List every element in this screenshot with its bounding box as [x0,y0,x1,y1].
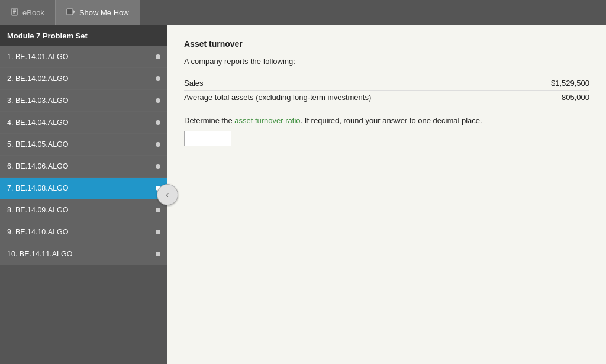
tab-ebook[interactable]: eBook [0,0,56,25]
dot-9 [156,230,160,234]
sidebar-item-6[interactable]: 6. BE.14.06.ALGO [0,156,167,178]
question-prefix: Determine the [184,116,234,125]
content-area: Asset turnover A company reports the fol… [167,25,606,364]
sidebar-item-label-6: 6. BE.14.06.ALGO [7,162,69,170]
question-text: Determine the asset turnover ratio. If r… [184,116,589,125]
sidebar-item-label-2: 2. BE.14.02.ALGO [7,75,69,83]
sidebar-item-1[interactable]: 1. BE.14.01.ALGO [0,46,167,68]
sidebar-item-8[interactable]: 8. BE.14.09.ALGO [0,199,167,221]
collapse-sidebar-button[interactable]: ‹ [157,184,178,205]
svg-marker-5 [73,10,75,14]
assets-label: Average total assets (excluding long-ter… [184,93,371,102]
sidebar-item-9[interactable]: 9. BE.14.10.ALGO [0,221,167,243]
sidebar: Module 7 Problem Set 1. BE.14.01.ALGO 2.… [0,25,167,364]
data-row-sales: Sales $1,529,500 [184,76,589,91]
asset-turnover-link[interactable]: asset turnover ratio [234,116,300,125]
sidebar-item-10[interactable]: 10. BE.14.11.ALGO [0,243,167,265]
dot-6 [156,164,160,169]
sidebar-item-5[interactable]: 5. BE.14.05.ALGO [0,134,167,156]
book-icon [11,8,19,18]
sidebar-item-label-8: 8. BE.14.09.ALGO [7,206,69,214]
ebook-tab-label: eBook [22,8,44,17]
showme-tab-label: Show Me How [79,8,129,17]
sidebar-item-label-1: 1. BE.14.01.ALGO [7,53,69,61]
dot-10 [156,252,160,256]
sales-label: Sales [184,79,204,88]
top-bar: eBook Show Me How [0,0,606,25]
sales-value: $1,529,500 [518,79,589,88]
dot-3 [156,98,160,103]
sidebar-item-7[interactable]: 7. BE.14.08.ALGO [0,178,167,199]
dot-2 [156,76,160,81]
dot-4 [156,120,160,125]
sidebar-title: Module 7 Problem Set [0,25,167,46]
sidebar-item-label-10: 10. BE.14.11.ALGO [7,250,73,258]
dot-1 [156,54,160,59]
sidebar-item-4[interactable]: 4. BE.14.04.ALGO [0,112,167,134]
sidebar-item-label-4: 4. BE.14.04.ALGO [7,118,69,127]
content-title: Asset turnover [184,39,589,49]
sidebar-item-label-3: 3. BE.14.03.ALGO [7,96,69,105]
main-layout: Module 7 Problem Set 1. BE.14.01.ALGO 2.… [0,25,606,364]
assets-value: 805,000 [518,93,589,102]
chevron-left-icon: ‹ [166,189,169,200]
sidebar-item-label-5: 5. BE.14.05.ALGO [7,140,69,149]
sidebar-item-label-7: 7. BE.14.08.ALGO [7,184,69,192]
data-row-assets: Average total assets (excluding long-ter… [184,91,589,104]
question-suffix: . If required, round your answer to one … [301,116,482,125]
sidebar-item-2[interactable]: 2. BE.14.02.ALGO [0,68,167,90]
sidebar-item-3[interactable]: 3. BE.14.03.ALGO [0,90,167,112]
tab-showme[interactable]: Show Me How [56,0,140,25]
content-subtitle: A company reports the following: [184,57,589,66]
dot-5 [156,142,160,147]
answer-input[interactable] [184,131,231,146]
svg-rect-4 [67,9,73,15]
data-table: Sales $1,529,500 Average total assets (e… [184,76,589,104]
sidebar-item-label-9: 9. BE.14.10.ALGO [7,228,69,236]
dot-8 [156,208,160,212]
video-icon [66,8,76,17]
